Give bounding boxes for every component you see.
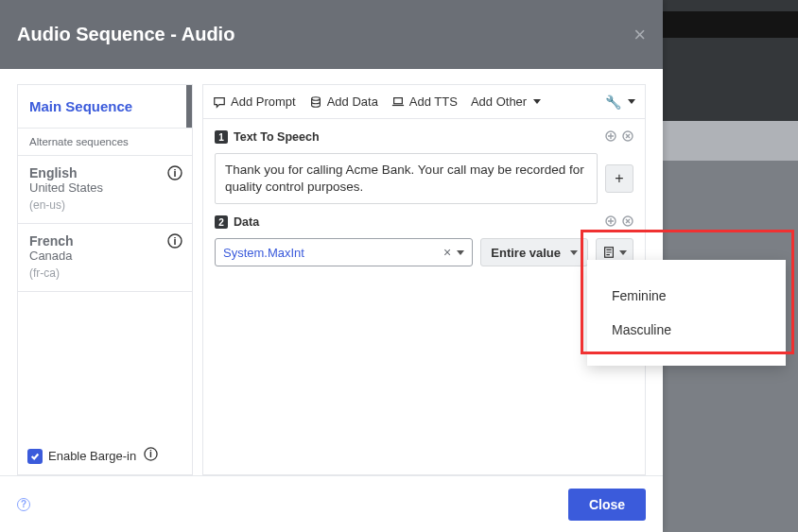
add-icon[interactable] — [605, 214, 616, 231]
lang-name: French — [29, 233, 181, 249]
add-tts-label: Add TTS — [409, 94, 458, 109]
remove-icon[interactable] — [622, 129, 633, 146]
barge-in-label: Enable Barge-in — [48, 449, 136, 463]
remove-icon[interactable] — [622, 214, 633, 231]
add-other-button[interactable]: Add Other — [471, 94, 541, 109]
dropdown-item-masculine[interactable]: Masculine — [587, 313, 786, 347]
add-data-label: Add Data — [327, 94, 378, 109]
close-button[interactable]: Close — [568, 489, 646, 521]
content-panel: Add Prompt Add Data Add TTS Add Other — [202, 84, 646, 475]
sidebar-item-english[interactable]: English United States (en-us) i — [18, 156, 192, 224]
main-sequence-label: Main Sequence — [29, 98, 132, 114]
modal-header: Audio Sequence - Audio × — [0, 0, 663, 69]
wrench-icon: 🔧 — [605, 94, 621, 110]
lang-name: English — [29, 165, 181, 180]
data-value-text: System.MaxInt — [223, 246, 304, 260]
chat-icon — [213, 95, 226, 109]
gender-dropdown-menu: Feminine Masculine — [587, 260, 786, 366]
lang-locale: (en-us) — [29, 198, 181, 212]
settings-button[interactable]: 🔧 — [605, 94, 635, 110]
add-prompt-label: Add Prompt — [231, 94, 296, 109]
entire-value-dropdown[interactable]: Entire value — [480, 238, 588, 266]
lang-region: Canada — [29, 249, 181, 263]
modal-title: Audio Sequence - Audio — [17, 24, 234, 45]
add-expression-button[interactable]: + — [605, 164, 633, 193]
info-icon[interactable]: i — [167, 233, 182, 249]
clear-icon[interactable]: × — [443, 245, 451, 260]
svg-text:i: i — [173, 167, 176, 179]
add-prompt-button[interactable]: Add Prompt — [213, 94, 296, 109]
info-icon[interactable]: i — [167, 165, 182, 180]
chevron-down-icon[interactable] — [457, 250, 464, 255]
barge-in-checkbox[interactable] — [27, 449, 43, 464]
help-icon[interactable]: ? — [17, 498, 30, 511]
lang-region: United States — [29, 180, 181, 195]
step-title: Data — [234, 215, 259, 229]
step-number: 2 — [215, 215, 228, 229]
sidebar-item-main-sequence[interactable]: Main Sequence — [18, 85, 192, 129]
entire-value-label: Entire value — [491, 246, 561, 260]
close-icon[interactable]: × — [633, 23, 646, 47]
laptop-icon — [391, 95, 405, 109]
dropdown-item-feminine[interactable]: Feminine — [587, 279, 786, 313]
plus-icon: + — [615, 170, 623, 187]
toolbar: Add Prompt Add Data Add TTS Add Other — [203, 85, 645, 119]
sidebar: Main Sequence Alternate sequences Englis… — [17, 84, 193, 475]
lang-locale: (fr-ca) — [29, 266, 181, 280]
add-tts-button[interactable]: Add TTS — [391, 94, 458, 109]
info-icon[interactable]: i — [144, 447, 158, 465]
chevron-down-icon — [570, 250, 578, 255]
step-title: Text To Speech — [234, 130, 320, 144]
enable-barge-in-row: Enable Barge-in i — [18, 438, 192, 474]
step-number: 1 — [215, 130, 228, 144]
document-icon — [602, 246, 616, 259]
svg-text:i: i — [149, 449, 152, 459]
step-data: 2 Data System.MaxInt × — [203, 204, 645, 266]
tts-textarea[interactable] — [215, 153, 598, 204]
audio-sequence-modal: Audio Sequence - Audio × Main Sequence A… — [0, 0, 663, 532]
sidebar-item-french[interactable]: French Canada (fr-ca) i — [18, 224, 192, 292]
svg-point-6 — [311, 96, 320, 100]
add-icon[interactable] — [605, 129, 616, 146]
chevron-down-icon — [628, 99, 635, 104]
data-value-input[interactable]: System.MaxInt × — [215, 238, 473, 266]
add-data-button[interactable]: Add Data — [309, 94, 378, 109]
add-other-label: Add Other — [471, 94, 527, 109]
chevron-down-icon — [619, 250, 627, 255]
svg-text:i: i — [173, 235, 176, 247]
chevron-down-icon — [533, 99, 541, 104]
modal-footer: ? Close — [0, 475, 663, 532]
alternate-sequences-label: Alternate sequences — [18, 129, 192, 156]
database-icon — [309, 95, 322, 109]
svg-rect-7 — [393, 97, 402, 103]
step-tts: 1 Text To Speech + — [203, 119, 645, 204]
